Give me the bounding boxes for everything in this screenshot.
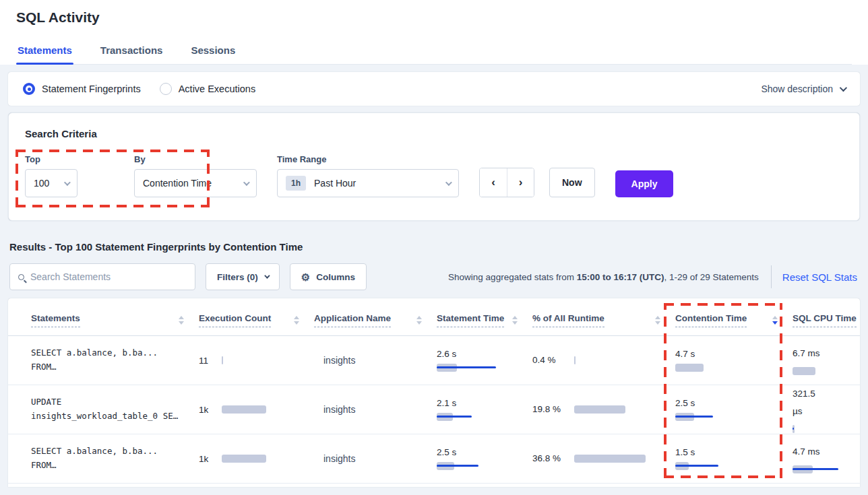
statement-link[interactable]: SELECT a.balance, b.ba... FROM… — [8, 346, 199, 374]
chevron-down-icon — [64, 179, 71, 186]
filters-button[interactable]: Filters (0) — [206, 263, 280, 290]
runtime-pct-bar — [574, 454, 648, 463]
tab-statements[interactable]: Statements — [16, 40, 73, 64]
stats-prefix: Showing aggregated stats from — [448, 272, 577, 282]
col-label[interactable]: % of All Runtime — [532, 313, 604, 327]
col-label[interactable]: Execution Count — [199, 313, 271, 327]
sql-cpu-time-bar — [793, 424, 860, 434]
col-label[interactable]: Contention Time — [675, 313, 747, 327]
aggregated-stats-text: Showing aggregated stats from 15:00 to 1… — [448, 272, 759, 282]
columns-button[interactable]: ⚙ Columns — [290, 263, 367, 290]
top-select[interactable]: 100 — [25, 169, 78, 197]
search-statements-input[interactable] — [30, 271, 187, 282]
col-statement-time: Statement Time — [437, 313, 532, 327]
sort-icon[interactable] — [512, 316, 518, 325]
tab-bar: Statements Transactions Sessions — [16, 40, 852, 65]
tab-transactions[interactable]: Transactions — [99, 40, 164, 64]
divider — [771, 265, 772, 288]
statement-time-cell: 2.1 s — [437, 398, 532, 422]
gear-icon: ⚙ — [301, 272, 310, 282]
statement-time-cell: 2.5 s — [437, 447, 532, 471]
contention-time-bar — [675, 363, 793, 372]
top-select-value: 100 — [34, 178, 49, 189]
exec-count-bar — [222, 454, 296, 463]
view-radio-group: Statement Fingerprints Active Executions — [23, 83, 255, 95]
statements-table: Statements Execution Count Application N… — [8, 298, 860, 487]
col-label[interactable]: Application Name — [314, 313, 391, 327]
col-label[interactable]: Statements — [31, 313, 80, 327]
by-field: By Contention Time — [106, 154, 257, 197]
sql-cpu-time-cell: 4.7 ms — [793, 443, 860, 474]
page-title: SQL Activity — [16, 9, 852, 40]
search-criteria-heading: Search Criteria — [25, 128, 843, 139]
statement-time-bar — [437, 412, 532, 422]
by-select[interactable]: Contention Time — [134, 169, 257, 197]
next-time-button[interactable]: › — [507, 168, 534, 197]
execution-count-cell: 1k — [199, 454, 314, 464]
execution-count-cell: 1k — [199, 405, 314, 415]
radio-label: Active Executions — [179, 84, 255, 94]
page-header: SQL Activity Statements Transactions Ses… — [0, 0, 868, 65]
radio-statement-fingerprints[interactable]: Statement Fingerprints — [23, 83, 141, 95]
filters-label: Filters (0) — [217, 272, 258, 282]
top-field: Top 100 — [25, 154, 78, 197]
exec-count-bar — [222, 356, 296, 365]
radio-unselected-icon — [160, 83, 172, 95]
chevron-down-icon — [243, 179, 250, 186]
sql-cpu-time-cell: 321.5 µs — [793, 385, 860, 433]
sort-icon[interactable] — [655, 316, 660, 325]
statement-link[interactable]: UPDATE insights_workload_table_0 SE… — [8, 395, 199, 423]
statement-link[interactable]: SELECT a.balance, b.ba... FROM… — [8, 444, 199, 472]
columns-label: Columns — [316, 272, 355, 282]
reset-sql-stats-link[interactable]: Reset SQL Stats — [782, 271, 860, 283]
sort-icon[interactable] — [179, 316, 184, 325]
runtime-pct-cell: 0.4 % — [532, 352, 675, 369]
sql-cpu-time-bar — [793, 465, 860, 474]
apply-button[interactable]: Apply — [615, 170, 674, 197]
col-sql-cpu-time: SQL CPU Time — [793, 313, 860, 327]
col-label[interactable]: Statement Time — [437, 313, 504, 327]
col-label[interactable]: SQL CPU Time — [793, 313, 857, 327]
time-range-value: Past Hour — [314, 178, 356, 189]
tab-sessions[interactable]: Sessions — [189, 40, 237, 64]
execution-count-cell: 11 — [199, 356, 314, 366]
time-range-badge: 1h — [286, 176, 306, 191]
time-range-select[interactable]: 1h Past Hour — [277, 169, 459, 197]
sql-cpu-time-cell: 6.7 ms — [793, 345, 860, 376]
runtime-pct-bar — [574, 356, 648, 365]
show-description-label: Show description — [761, 84, 833, 94]
sort-icon-descending[interactable] — [772, 316, 778, 325]
sql-cpu-time-bar — [793, 366, 860, 376]
contention-time-bar — [675, 461, 793, 471]
radio-selected-icon — [23, 83, 35, 95]
table-header: Statements Execution Count Application N… — [8, 298, 860, 336]
chevron-down-icon — [445, 179, 452, 186]
col-statements: Statements — [8, 313, 199, 327]
col-pct-of-all-runtime: % of All Runtime — [532, 313, 675, 327]
runtime-pct-bar — [574, 405, 648, 414]
time-range-field: Time Range 1h Past Hour — [266, 154, 459, 197]
sort-icon[interactable] — [294, 316, 299, 325]
application-name-cell: insights — [314, 453, 437, 464]
contention-time-cell: 1.5 s — [675, 447, 793, 471]
stats-suffix: , 1-29 of 29 Statements — [664, 272, 758, 282]
table-row: SELECT a.balance, b.ba... FROM… 1k insig… — [8, 434, 860, 484]
view-toggle-bar: Statement Fingerprints Active Executions… — [8, 72, 860, 106]
col-application-name: Application Name — [314, 313, 437, 327]
show-description-toggle[interactable]: Show description — [761, 84, 845, 94]
runtime-pct-cell: 19.8 % — [532, 401, 675, 418]
now-button[interactable]: Now — [549, 168, 595, 197]
sort-icon[interactable] — [416, 316, 422, 325]
stats-range: 15:00 to 16:17 (UTC) — [577, 272, 664, 282]
search-statements-box — [9, 263, 195, 290]
table-row: UPDATE insights_workload_table_0 SE… 1k … — [8, 385, 860, 434]
application-name-cell: insights — [314, 355, 437, 366]
table-row: SELECT a.balance, b.ba... FROM… 11 insig… — [8, 336, 860, 385]
statement-time-bar — [437, 461, 532, 471]
radio-active-executions[interactable]: Active Executions — [160, 83, 255, 95]
results-toolbar: Filters (0) ⚙ Columns Showing aggregated… — [9, 263, 860, 290]
results-heading: Results - Top 100 Statement Fingerprints… — [9, 241, 859, 253]
col-contention-time: Contention Time — [675, 313, 793, 327]
chevron-down-icon — [840, 84, 847, 92]
prev-time-button[interactable]: ‹ — [480, 168, 507, 197]
